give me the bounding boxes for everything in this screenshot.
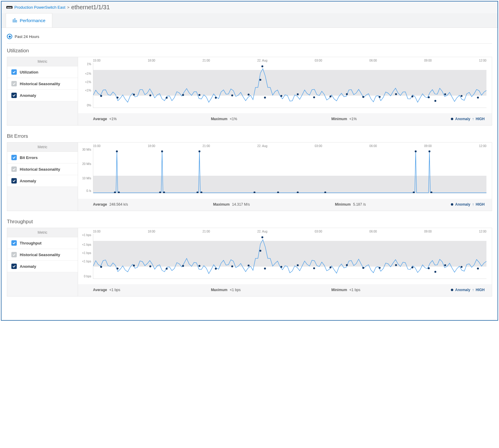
checkbox-checked-icon	[11, 93, 17, 98]
svg-point-42	[324, 192, 326, 193]
svg-point-21	[395, 93, 397, 95]
checkbox-checked-icon	[11, 240, 17, 246]
svg-point-12	[248, 94, 249, 95]
svg-point-9	[199, 94, 200, 96]
breadcrumb-separator: >	[67, 5, 70, 10]
y-axis-tick: <1 bps	[79, 251, 91, 255]
svg-point-37	[196, 192, 198, 193]
anomaly-dot-icon	[451, 289, 453, 291]
y-axis-tick: 10 M/s	[79, 177, 91, 180]
svg-point-56	[248, 264, 249, 266]
legend-item-metric[interactable]: Bit Errors	[7, 152, 78, 163]
svg-point-49	[133, 264, 135, 266]
legend-label: Anomaly	[20, 93, 36, 98]
svg-point-27	[261, 65, 263, 67]
anomaly-label: Anomaly	[455, 117, 470, 121]
svg-rect-0	[13, 20, 14, 22]
svg-point-26	[477, 97, 479, 98]
time-range-selector[interactable]: Past 24 Hours	[7, 34, 492, 44]
stat-min-value: <1 bps	[350, 288, 360, 292]
y-axis-tick: 0 /s	[79, 189, 91, 192]
tab-performance[interactable]: Performance	[6, 13, 52, 27]
legend-label: Historical Seasonality	[20, 253, 60, 257]
chart-area[interactable]: 15:0018:0021:0022. Aug03:0006:0009:0012:…	[78, 57, 492, 113]
svg-point-8	[182, 94, 184, 96]
legend-item-historical[interactable]: Historical Seasonality	[7, 78, 78, 90]
metric-header: Metric	[7, 228, 78, 237]
svg-point-51	[166, 268, 167, 270]
checkbox-checked-icon	[11, 81, 17, 86]
svg-point-61	[329, 266, 331, 268]
svg-point-53	[199, 265, 200, 267]
arrow-up-icon: ↑	[472, 288, 474, 292]
y-axis-tick: 1%	[79, 62, 91, 66]
svg-point-72	[260, 250, 261, 252]
chart-plot[interactable]	[93, 148, 486, 193]
breadcrumb-device-link[interactable]: Production PowerSwitch East	[14, 5, 65, 10]
chart-panel: MetricUtilizationHistorical SeasonalityA…	[7, 57, 492, 126]
svg-rect-1	[14, 19, 15, 22]
chart-plot[interactable]	[93, 234, 486, 279]
checkbox-checked-icon	[11, 178, 17, 184]
arrow-up-icon: ↑	[472, 117, 474, 121]
chart-plot[interactable]	[93, 63, 486, 108]
legend-item-anomaly[interactable]: Anomaly	[7, 261, 78, 272]
checkbox-checked-icon	[11, 264, 17, 269]
chart-area[interactable]: 15:0018:0021:0022. Aug03:0006:0009:0012:…	[78, 143, 492, 199]
metric-legend-column: MetricThroughputHistorical SeasonalityAn…	[7, 228, 78, 296]
stat-min-label: Minimum	[331, 117, 347, 121]
svg-point-65	[395, 264, 397, 266]
svg-rect-2	[16, 20, 17, 22]
svg-point-39	[254, 192, 255, 193]
y-axis-tick: 0%	[79, 104, 91, 107]
legend-item-historical[interactable]: Historical Seasonality	[7, 249, 78, 261]
stat-max-value: <1 bps	[230, 288, 241, 292]
svg-point-10	[215, 97, 217, 99]
svg-point-7	[166, 97, 167, 99]
stat-max-value: <1%	[230, 117, 237, 121]
legend-label: Utilization	[20, 70, 38, 74]
legend-item-historical[interactable]: Historical Seasonality	[7, 163, 78, 175]
stat-avg-label: Average	[93, 288, 107, 292]
svg-point-20	[379, 96, 381, 98]
checkbox-checked-icon	[11, 166, 17, 172]
svg-point-30	[116, 150, 118, 152]
legend-item-metric[interactable]: Utilization	[7, 66, 78, 78]
stat-avg-value: <1 bps	[109, 288, 120, 292]
checkbox-checked-icon	[11, 155, 17, 160]
svg-point-47	[100, 266, 102, 268]
stat-max-value: 14.317 M/s	[232, 202, 250, 207]
legend-label: Historical Seasonality	[20, 82, 60, 86]
svg-point-52	[182, 265, 184, 267]
tab-label: Performance	[20, 18, 45, 23]
anomaly-level: HIGH	[476, 117, 485, 121]
device-type-badge: ▬▬	[6, 6, 13, 9]
legend-label: Anomaly	[20, 179, 36, 183]
svg-point-43	[415, 150, 416, 152]
stat-max-label: Maximum	[211, 288, 227, 292]
svg-point-22	[411, 96, 413, 97]
y-axis-tick: <1 bps	[79, 233, 91, 237]
y-axis-tick: <1%	[79, 72, 91, 75]
anomaly-level: HIGH	[476, 202, 485, 207]
svg-point-31	[114, 192, 116, 193]
svg-point-6	[149, 94, 151, 96]
svg-point-68	[444, 264, 446, 266]
svg-point-36	[199, 150, 200, 152]
svg-point-69	[461, 266, 463, 268]
legend-item-anomaly[interactable]: Anomaly	[7, 90, 78, 101]
stat-min-label: Minimum	[335, 202, 351, 207]
chart-stats-bar: Average<1 bpsMaximum<1 bpsMinimum<1 bpsA…	[78, 284, 492, 296]
chart-area[interactable]: 15:0018:0021:0022. Aug03:0006:0009:0012:…	[78, 228, 492, 284]
y-axis-tick: 0 bps	[79, 275, 91, 278]
legend-item-anomaly[interactable]: Anomaly	[7, 175, 78, 187]
svg-point-24	[444, 93, 446, 95]
anomaly-dot-icon	[451, 203, 453, 206]
svg-point-57	[264, 267, 266, 269]
bar-chart-icon	[13, 18, 17, 23]
section-title: Throughput	[7, 219, 492, 225]
checkbox-checked-icon	[11, 252, 17, 257]
legend-item-metric[interactable]: Throughput	[7, 237, 78, 249]
svg-point-34	[159, 192, 161, 193]
section-title: Bit Errors	[7, 133, 492, 139]
